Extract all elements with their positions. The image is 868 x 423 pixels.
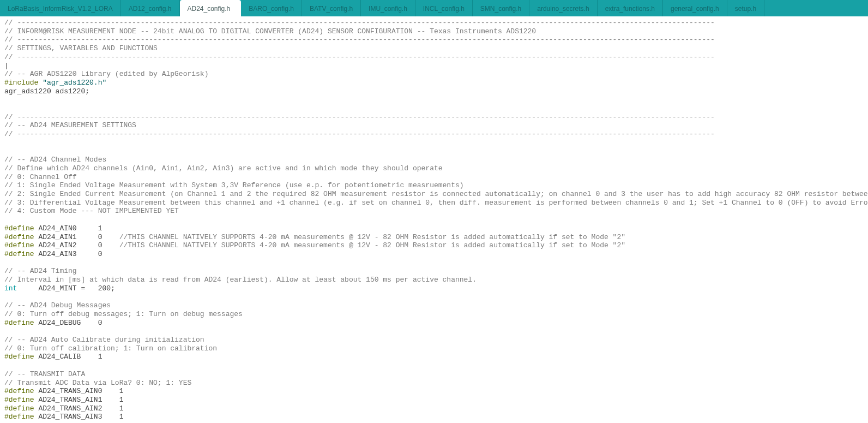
tab-arduino-secrets-h[interactable]: arduino_secrets.h [529, 0, 597, 16]
code-line: // -------------------------------------… [4, 53, 715, 61]
tab-label: INCL_config.h [423, 5, 465, 13]
define-body: AD24_CALIB 1 [34, 353, 103, 361]
preproc-define: #define [4, 241, 34, 249]
code-line: // -------------------------------------… [4, 19, 715, 27]
preproc-include: #include [4, 79, 38, 87]
cursor-line: | [4, 62, 9, 70]
code-line: // INFORM@RISK MEASUREMENT NODE -- 24bit… [4, 27, 536, 35]
code-line: // -- AD24 MEASUREMENT SETTINGS [4, 121, 136, 129]
code-line: // 0: Turn off debug messages; 1: Turn o… [4, 310, 243, 318]
preproc-define: #define [4, 319, 34, 327]
define-body: AD24_AIN0 1 [34, 224, 103, 233]
code-line: // -------------------------------------… [4, 35, 715, 44]
tab-label: BARO_config.h [249, 5, 294, 13]
code-line: // -------------------------------------… [4, 130, 715, 138]
code-line: // -- AD24 Debug Messages [4, 301, 111, 309]
tab-label: AD12_config.h [129, 5, 172, 13]
preproc-define: #define [4, 353, 34, 361]
tab-label: setup.h [735, 5, 756, 13]
code-line: agr_ads1220 ads1220; [4, 87, 89, 96]
tab-imu-config-h[interactable]: IMU_config.h [361, 0, 415, 16]
define-body: AD24_TRANS_AIN1 1 [34, 396, 124, 404]
define-body: AD24_AIN2 0 [34, 241, 119, 249]
code-line: // -- AGR ADS1220 Library (edited by Alp… [4, 70, 208, 78]
tab-label: SMN_config.h [480, 5, 521, 13]
tab-general-config-h[interactable]: general_config.h [663, 0, 727, 16]
code-line: // 2: Single Ended Current Measurement (… [4, 190, 868, 198]
preproc-define: #define [4, 250, 34, 258]
tab-incl-config-h[interactable]: INCL_config.h [415, 0, 473, 16]
code-line: // 4: Custom Mode --- NOT IMPLEMENTED YE… [4, 207, 179, 215]
tab-extra-functions-h[interactable]: extra_functions.h [598, 0, 663, 16]
tab-ad24-config-h[interactable]: AD24_config.h [180, 0, 242, 16]
code-editor[interactable]: // -------------------------------------… [0, 16, 868, 423]
tab-label: LoRaBasis_InformRisk_V1.2_LORA [8, 5, 113, 13]
tab-label: BATV_config.h [310, 5, 353, 13]
define-body: AD24_TRANS_AIN0 1 [34, 387, 124, 395]
define-body: AD24_AIN1 0 [34, 233, 119, 241]
tab-setup-h[interactable]: setup.h [727, 0, 764, 16]
code-line: AD24_MINT = 200; [17, 284, 114, 293]
define-body: AD24_TRANS_AIN2 1 [34, 404, 124, 413]
tab-lorabasis-informrisk-v1-2-lora[interactable]: LoRaBasis_InformRisk_V1.2_LORA [0, 0, 121, 16]
tab-ad12-config-h[interactable]: AD12_config.h [121, 0, 180, 16]
define-body: AD24_TRANS_AIN3 1 [34, 413, 124, 421]
tab-label: IMU_config.h [369, 5, 407, 13]
preproc-define: #define [4, 233, 34, 241]
code-line: // 1: Single Ended Voltage Measurement w… [4, 181, 464, 189]
code-line: // Define which AD24 channels (Ain0, Ain… [4, 164, 443, 172]
tab-smn-config-h[interactable]: SMN_config.h [473, 0, 529, 16]
define-body: AD24_DEBUG 0 [34, 319, 103, 327]
code-line: // -- AD24 Auto Calibrate during initial… [4, 336, 204, 344]
preproc-define: #define [4, 387, 34, 395]
preproc-define: #define [4, 396, 34, 404]
preproc-define: #define [4, 224, 34, 233]
define-body: AD24_AIN3 0 [34, 250, 103, 258]
preproc-define: #define [4, 404, 34, 413]
code-line: // 3: Differential Voltage Measurement b… [4, 199, 868, 207]
code-line: // 0: Channel Off [4, 173, 77, 181]
tab-label: extra_functions.h [605, 5, 655, 13]
code-line: // -- TRANSMIT DATA [4, 370, 85, 378]
code-line: // -- AD24 Timing [4, 267, 77, 275]
include-string: "agr_ads1220.h" [43, 79, 106, 87]
tab-label: arduino_secrets.h [537, 5, 589, 13]
code-line: // 0: Turn off calibration; 1: Turn on c… [4, 344, 217, 353]
tab-label: AD24_config.h [188, 5, 231, 13]
tab-bar: LoRaBasis_InformRisk_V1.2_LORAAD12_confi… [0, 0, 868, 16]
code-comment: //THIS CHANNEL NATIVELY SUPPORTS 4-20 mA… [119, 241, 625, 249]
code-line: // SETTINGS, VARIABLES AND FUNCTIONS [4, 44, 158, 52]
code-line: // -------------------------------------… [4, 113, 715, 121]
code-line: // -- AD24 Channel Modes [4, 156, 106, 164]
code-line: // Interval in [ms] at which data is rea… [4, 276, 477, 284]
code-line: // Transmit ADC Data via LoRa? 0: NO; 1:… [4, 379, 191, 387]
tab-label: general_config.h [671, 5, 719, 13]
keyword-int: int [4, 284, 17, 293]
preproc-define: #define [4, 413, 34, 421]
tab-baro-config-h[interactable]: BARO_config.h [241, 0, 302, 16]
code-comment: //THIS CHANNEL NATIVELY SUPPORTS 4-20 mA… [119, 233, 625, 241]
tab-batv-config-h[interactable]: BATV_config.h [302, 0, 361, 16]
